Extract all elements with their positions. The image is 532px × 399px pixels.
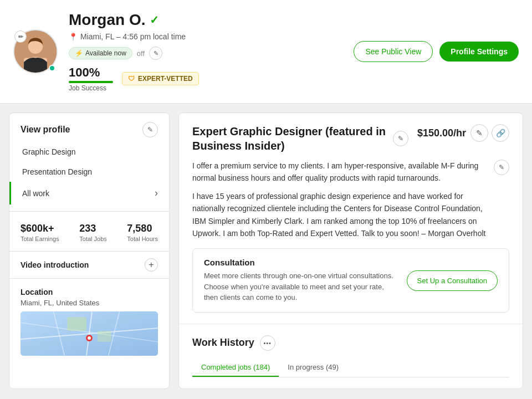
bolt-icon: ⚡ bbox=[75, 49, 83, 57]
title-row: Expert Graphic Designer (featured in Bus… bbox=[192, 124, 509, 153]
link-icon: 🔗 bbox=[496, 129, 505, 137]
location-text: Miami, FL – 4:56 pm local time bbox=[80, 32, 186, 41]
more-icon: ••• bbox=[263, 340, 272, 346]
sidebar-header: View profile ✎ bbox=[9, 113, 169, 142]
work-history-tabs: Completed jobs (184) In progress (49) bbox=[192, 359, 509, 377]
map-preview bbox=[21, 311, 158, 356]
svg-rect-11 bbox=[67, 317, 86, 331]
main-layout: View profile ✎ Graphic Design Presentati… bbox=[0, 104, 532, 398]
completed-jobs-tab[interactable]: Completed jobs (184) bbox=[192, 359, 279, 377]
sidebar-item-presentation-design[interactable]: Presentation Design bbox=[9, 162, 169, 182]
header-actions: See Public View Profile Settings bbox=[354, 41, 519, 62]
total-hours-stat: 7,580 Total Hours bbox=[127, 223, 158, 242]
location-detail: Miami, FL, United States bbox=[21, 299, 158, 307]
consultation-box: Consultation Meet more clients through o… bbox=[192, 248, 509, 313]
location-section-title: Location bbox=[21, 281, 158, 296]
availability-status: off bbox=[137, 49, 145, 58]
work-history-more-button[interactable]: ••• bbox=[260, 335, 275, 351]
profile-header: ✏ Morgan O. ✓ 📍 Miami, FL – 4:56 pm loca… bbox=[0, 0, 532, 104]
avatar-wrapper: ✏ bbox=[13, 29, 58, 74]
edit-icon: ✏ bbox=[18, 33, 23, 40]
availability-badge: ⚡ Available now bbox=[69, 47, 132, 59]
sidebar-nav: Graphic Design Presentation Design All w… bbox=[9, 142, 169, 209]
plus-icon: + bbox=[149, 260, 154, 270]
sidebar-stats: $600k+ Total Earnings 233 Total Jobs 7,5… bbox=[9, 214, 169, 251]
total-earnings-stat: $600k+ Total Earnings bbox=[21, 223, 59, 242]
video-intro-title: Video introduction bbox=[21, 260, 89, 269]
profile-settings-button[interactable]: Profile Settings bbox=[439, 42, 519, 62]
svg-point-14 bbox=[88, 336, 91, 340]
rate-edit-buttons: ✎ 🔗 bbox=[470, 124, 509, 142]
job-title-section: Expert Graphic Designer (featured in Bus… bbox=[179, 113, 523, 324]
pencil-icon: ✎ bbox=[499, 163, 504, 171]
work-history-title: Work History bbox=[192, 337, 254, 349]
pencil-icon: ✎ bbox=[476, 129, 483, 137]
avatar-edit-button[interactable]: ✏ bbox=[14, 30, 27, 43]
shield-icon: 🛡 bbox=[128, 75, 135, 83]
rate-link-button[interactable]: 🔗 bbox=[492, 124, 509, 142]
edit-icon: ✎ bbox=[147, 126, 153, 134]
view-profile-edit-button[interactable]: ✎ bbox=[142, 122, 158, 137]
expert-vetted-label: EXPERT-VETTED bbox=[138, 75, 193, 83]
svg-rect-12 bbox=[98, 331, 111, 342]
work-history-header: Work History ••• bbox=[192, 335, 509, 351]
work-history-section: Work History ••• Completed jobs (184) In… bbox=[179, 324, 523, 388]
header-info: Morgan O. ✓ 📍 Miami, FL – 4:56 pm local … bbox=[69, 11, 342, 92]
pencil-icon: ✎ bbox=[398, 135, 403, 142]
view-profile-title: View profile bbox=[21, 125, 70, 135]
online-indicator bbox=[49, 65, 55, 71]
verified-badge: ✓ bbox=[150, 13, 159, 27]
rate-row: $150.00/hr ✎ 🔗 bbox=[417, 124, 509, 142]
job-title: Expert Graphic Designer (featured in Bus… bbox=[192, 124, 388, 153]
bio-edit-button[interactable]: ✎ bbox=[494, 160, 509, 175]
see-public-view-button[interactable]: See Public View bbox=[354, 41, 433, 62]
set-up-consultation-button[interactable]: Set Up a Consultation bbox=[407, 270, 498, 291]
job-title-wrapper: Expert Graphic Designer (featured in Bus… bbox=[192, 124, 417, 153]
job-success-pct: 100% bbox=[69, 65, 113, 80]
user-name: Morgan O. bbox=[69, 11, 145, 29]
job-success-label: Job Success bbox=[69, 84, 113, 92]
location-row: 📍 Miami, FL – 4:56 pm local time bbox=[69, 32, 342, 41]
rate-value: $150.00/hr bbox=[417, 127, 466, 139]
content-panel: Expert Graphic Designer (featured in Bus… bbox=[178, 112, 523, 389]
stats-row: 100% Job Success 🛡 EXPERT-VETTED bbox=[69, 65, 342, 92]
in-progress-tab[interactable]: In progress (49) bbox=[279, 359, 347, 377]
rate-edit-button[interactable]: ✎ bbox=[470, 124, 488, 142]
sidebar-item-graphic-design[interactable]: Graphic Design bbox=[9, 142, 169, 162]
total-jobs-stat: 233 Total Jobs bbox=[79, 223, 107, 242]
location-section: Location Miami, FL, United States bbox=[9, 278, 169, 362]
bio-section: ✎ I offer a premium service to my client… bbox=[192, 160, 509, 239]
pencil-icon: ✎ bbox=[154, 50, 158, 57]
chevron-right-icon: › bbox=[155, 187, 158, 199]
sidebar: View profile ✎ Graphic Design Presentati… bbox=[9, 112, 170, 389]
sidebar-item-all-work[interactable]: All work › bbox=[9, 182, 169, 204]
location-icon: 📍 bbox=[69, 33, 78, 41]
availability-label: Available now bbox=[85, 49, 126, 57]
expert-vetted-badge: 🛡 EXPERT-VETTED bbox=[122, 72, 199, 85]
progress-bar-fill bbox=[69, 81, 113, 83]
bio-para2: I have 15 years of professional graphic … bbox=[192, 190, 509, 240]
video-intro-section: Video introduction + bbox=[9, 251, 169, 278]
progress-bar bbox=[69, 81, 113, 83]
job-title-edit-button[interactable]: ✎ bbox=[393, 131, 408, 146]
availability-row: ⚡ Available now off ✎ bbox=[69, 47, 342, 60]
consultation-desc: Meet more clients through one-on-one vir… bbox=[204, 270, 398, 303]
add-video-button[interactable]: + bbox=[145, 258, 158, 272]
job-success: 100% Job Success bbox=[69, 65, 113, 92]
availability-edit-button[interactable]: ✎ bbox=[149, 47, 162, 60]
consultation-info: Consultation Meet more clients through o… bbox=[204, 258, 398, 303]
bio-para1: I offer a premium service to my clients.… bbox=[192, 160, 509, 185]
consultation-title: Consultation bbox=[204, 258, 398, 267]
name-row: Morgan O. ✓ bbox=[69, 11, 342, 29]
